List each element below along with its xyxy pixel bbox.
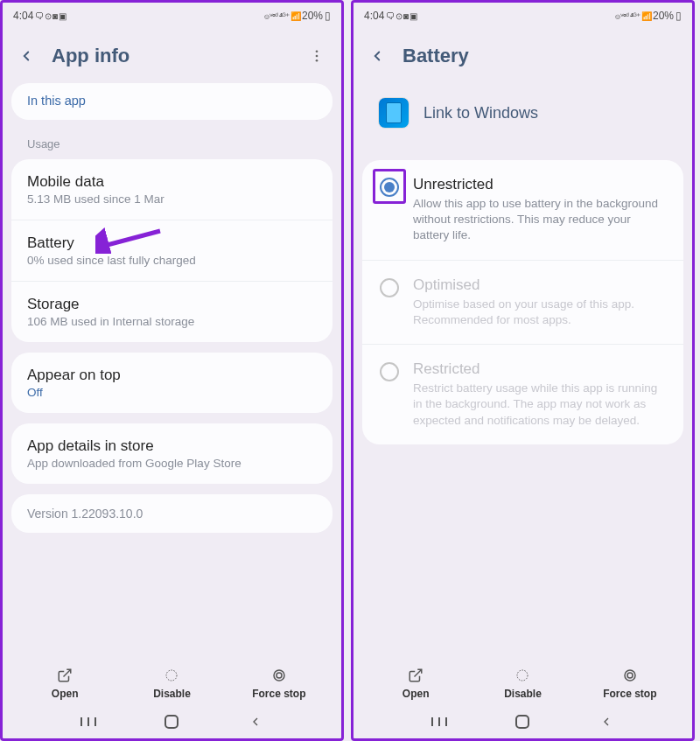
storage-sub: 106 MB used in Internal storage xyxy=(27,315,317,328)
svg-rect-10 xyxy=(165,716,178,728)
details-sub: App downloaded from Google Play Store xyxy=(27,457,317,470)
nav-home[interactable] xyxy=(513,712,532,731)
unrestricted-sub: Allow this app to use battery in the bac… xyxy=(413,196,666,244)
disable-label: Disable xyxy=(153,688,191,700)
status-time: 4:04 xyxy=(364,10,384,22)
force-stop-label: Force stop xyxy=(252,688,305,700)
status-battery: 20% xyxy=(302,10,323,22)
optimised-title: Optimised xyxy=(413,276,666,294)
open-icon xyxy=(57,667,73,684)
back-button[interactable] xyxy=(368,46,387,66)
status-bar: 4:04 🗨 ⊙ ◙ ▣ ⌾ ᵛᵒᵈ ⁴ᴳ⁺ 📶 20% ▯ xyxy=(3,3,341,25)
bottom-actions: Open Disable Force stop xyxy=(354,658,692,705)
card-battery-options: Unrestricted Allow this app to use batte… xyxy=(362,160,683,444)
disable-button[interactable]: Disable xyxy=(483,667,562,700)
svg-point-5 xyxy=(274,670,284,681)
nav-back[interactable] xyxy=(597,712,616,731)
page-title: Battery xyxy=(402,45,469,67)
radio-optimised[interactable] xyxy=(380,278,399,297)
appear-title: Appear on top xyxy=(27,367,317,384)
status-time: 4:04 xyxy=(13,10,33,22)
nav-recents[interactable] xyxy=(430,712,449,731)
bottom-actions: Open Disable Force stop xyxy=(3,658,341,705)
force-stop-button[interactable]: Force stop xyxy=(591,667,669,700)
app-row: Link to Windows xyxy=(362,83,683,137)
phone-right: 4:04 🗨 ⊙ ◙ ▣ ⌾ ᵛᵒᵈ ⁴ᴳ⁺ 📶 20% ▯ Battery L… xyxy=(351,0,695,741)
nav-home[interactable] xyxy=(162,712,181,731)
svg-point-1 xyxy=(316,55,318,58)
status-battery: 20% xyxy=(653,10,674,22)
disable-label: Disable xyxy=(504,688,542,700)
more-button[interactable] xyxy=(306,45,327,66)
nav-recents[interactable] xyxy=(79,712,98,731)
disable-icon xyxy=(164,667,179,684)
link-to-windows-icon xyxy=(378,97,410,129)
svg-rect-17 xyxy=(516,716,528,728)
open-icon xyxy=(408,667,424,684)
card-details[interactable]: App details in store App downloaded from… xyxy=(11,423,332,484)
open-button[interactable]: Open xyxy=(376,667,455,700)
status-bar: 4:04 🗨 ⊙ ◙ ▣ ⌾ ᵛᵒᵈ ⁴ᴳ⁺ 📶 20% ▯ xyxy=(354,3,692,25)
disable-icon xyxy=(514,667,530,684)
radio-unrestricted[interactable] xyxy=(380,178,399,197)
option-unrestricted[interactable]: Unrestricted Allow this app to use batte… xyxy=(362,160,683,261)
back-button[interactable] xyxy=(17,46,36,66)
status-right-icons: ⌾ ᵛᵒᵈ ⁴ᴳ⁺ 📶 xyxy=(615,11,651,21)
app-name: Link to Windows xyxy=(424,104,538,122)
svg-point-13 xyxy=(627,673,633,678)
card-usage: Mobile data 5.13 MB used since 1 Mar Bat… xyxy=(11,159,332,342)
open-label: Open xyxy=(52,688,79,700)
optimised-sub: Optimise based on your usage of this app… xyxy=(413,297,666,328)
card-in-this-app[interactable]: In this app xyxy=(11,83,332,120)
page-title: App info xyxy=(52,45,130,67)
usage-section-label: Usage xyxy=(11,130,332,159)
force-stop-label: Force stop xyxy=(603,688,656,700)
battery-icon: ▯ xyxy=(325,10,331,22)
force-stop-icon xyxy=(271,667,287,684)
radio-highlight xyxy=(373,169,406,204)
card-appear[interactable]: Appear on top Off xyxy=(11,353,332,413)
mobile-data-sub: 5.13 MB used since 1 Mar xyxy=(27,192,317,206)
svg-point-6 xyxy=(276,673,282,678)
restricted-sub: Restrict battery usage while this app is… xyxy=(413,381,666,429)
force-stop-icon xyxy=(622,667,638,684)
details-title: App details in store xyxy=(27,437,317,455)
row-mobile-data[interactable]: Mobile data 5.13 MB used since 1 Mar xyxy=(11,159,332,220)
force-stop-button[interactable]: Force stop xyxy=(240,667,318,700)
status-left-icons: 🗨 ⊙ ◙ ▣ xyxy=(386,11,416,21)
storage-title: Storage xyxy=(27,296,317,313)
option-restricted[interactable]: Restricted Restrict battery usage while … xyxy=(362,345,683,444)
nav-back[interactable] xyxy=(246,712,265,731)
battery-sub: 0% used since last fully charged xyxy=(27,254,317,267)
disable-button[interactable]: Disable xyxy=(132,667,211,700)
phone-left: 4:04 🗨 ⊙ ◙ ▣ ⌾ ᵛᵒᵈ ⁴ᴳ⁺ 📶 20% ▯ App info … xyxy=(0,0,344,741)
card-version: Version 1.22093.10.0 xyxy=(11,494,332,533)
radio-restricted[interactable] xyxy=(380,362,399,381)
header: Battery xyxy=(354,25,692,83)
svg-point-12 xyxy=(625,670,635,681)
svg-point-0 xyxy=(316,50,318,52)
version-text: Version 1.22093.10.0 xyxy=(27,507,317,521)
svg-point-11 xyxy=(517,670,528,681)
navbar xyxy=(354,705,692,738)
status-left-icons: 🗨 ⊙ ◙ ▣ xyxy=(35,11,65,21)
navbar xyxy=(3,705,341,738)
restricted-title: Restricted xyxy=(413,360,666,378)
svg-point-2 xyxy=(316,59,318,62)
open-button[interactable]: Open xyxy=(25,667,104,700)
status-right-icons: ⌾ ᵛᵒᵈ ⁴ᴳ⁺ 📶 xyxy=(264,11,300,21)
unrestricted-title: Unrestricted xyxy=(413,176,666,193)
in-this-app-label: In this app xyxy=(11,83,332,120)
open-label: Open xyxy=(402,688,430,700)
header: App info xyxy=(3,25,341,83)
battery-title: Battery xyxy=(27,234,317,252)
mobile-data-title: Mobile data xyxy=(27,173,317,191)
svg-point-4 xyxy=(166,670,177,681)
row-storage[interactable]: Storage 106 MB used in Internal storage xyxy=(11,282,332,342)
row-battery[interactable]: Battery 0% used since last fully charged xyxy=(11,220,332,282)
battery-icon: ▯ xyxy=(676,10,682,22)
option-optimised[interactable]: Optimised Optimise based on your usage o… xyxy=(362,261,683,345)
appear-sub: Off xyxy=(27,386,317,399)
